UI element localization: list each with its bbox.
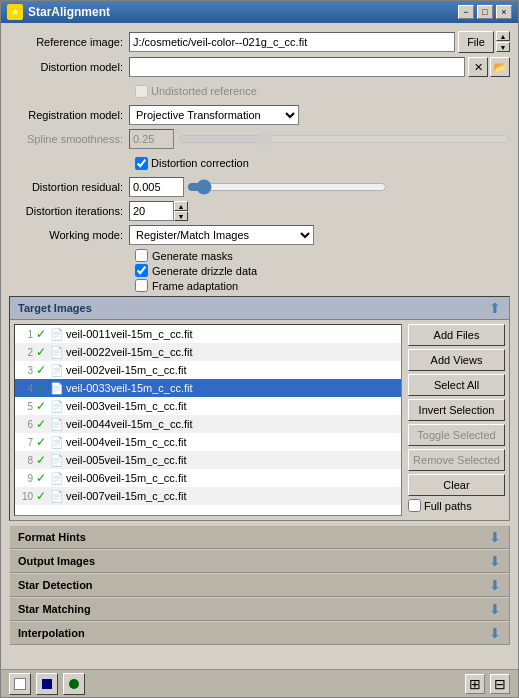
generate-drizzle-label: Generate drizzle data [152, 265, 257, 277]
file-item[interactable]: 1 ✓ 📄 veil-0011veil-15m_c_cc.fit [15, 325, 401, 343]
collapsible-section-star-matching[interactable]: Star Matching ⬇ [9, 597, 510, 621]
file-check-icon: ✓ [36, 345, 50, 359]
distortion-residual-slider[interactable] [187, 179, 387, 195]
section-title: Interpolation [18, 627, 85, 639]
file-icon: 📄 [50, 454, 64, 467]
file-check-icon: ✓ [36, 399, 50, 413]
collapse-view-button[interactable]: ⊟ [490, 674, 510, 694]
target-images-body: 1 ✓ 📄 veil-0011veil-15m_c_cc.fit 2 ✓ 📄 v… [10, 320, 509, 520]
file-number: 9 [18, 473, 36, 484]
full-paths-label: Full paths [424, 500, 472, 512]
file-icon: 📄 [50, 472, 64, 485]
expand-view-button[interactable]: ⊞ [465, 674, 485, 694]
collapsible-section-star-detection[interactable]: Star Detection ⬇ [9, 573, 510, 597]
spline-smoothness-input [129, 129, 174, 149]
file-list-actions: Add Files Add Views Select All Invert Se… [404, 320, 509, 520]
file-number: 5 [18, 401, 36, 412]
stop-button[interactable] [36, 673, 58, 695]
spline-smoothness-slider [178, 131, 510, 147]
select-all-button[interactable]: Select All [408, 374, 505, 396]
file-number: 2 [18, 347, 36, 358]
new-instance-button[interactable] [9, 673, 31, 695]
run-button[interactable] [63, 673, 85, 695]
file-list[interactable]: 1 ✓ 📄 veil-0011veil-15m_c_cc.fit 2 ✓ 📄 v… [14, 324, 402, 516]
reference-image-input[interactable] [129, 32, 455, 52]
iterations-down-btn[interactable]: ▼ [174, 211, 188, 221]
generate-masks-row: Generate masks Generate drizzle data Fra… [9, 249, 510, 292]
distortion-residual-label: Distortion residual: [9, 181, 129, 193]
working-mode-label: Working mode: [9, 229, 129, 241]
file-item[interactable]: 4 ✓ 📄 veil-0033veil-15m_c_cc.fit [15, 379, 401, 397]
collapsible-section-format-hints[interactable]: Format Hints ⬇ [9, 525, 510, 549]
target-images-header: Target Images ⬆ [10, 297, 509, 320]
file-name: veil-004veil-15m_c_cc.fit [66, 436, 398, 448]
distortion-iterations-input[interactable] [129, 201, 174, 221]
file-item[interactable]: 9 ✓ 📄 veil-006veil-15m_c_cc.fit [15, 469, 401, 487]
file-button[interactable]: File [458, 31, 494, 53]
undistorted-ref-checkbox[interactable] [135, 85, 148, 98]
generate-masks-label: Generate masks [152, 250, 233, 262]
file-name: veil-002veil-15m_c_cc.fit [66, 364, 398, 376]
file-item[interactable]: 10 ✓ 📄 veil-007veil-15m_c_cc.fit [15, 487, 401, 505]
registration-model-select[interactable]: Projective Transformation [129, 105, 299, 125]
file-name: veil-0011veil-15m_c_cc.fit [66, 328, 398, 340]
file-item[interactable]: 7 ✓ 📄 veil-004veil-15m_c_cc.fit [15, 433, 401, 451]
add-files-button[interactable]: Add Files [408, 324, 505, 346]
file-name: veil-0022veil-15m_c_cc.fit [66, 346, 398, 358]
file-item[interactable]: 8 ✓ 📄 veil-005veil-15m_c_cc.fit [15, 451, 401, 469]
file-item[interactable]: 2 ✓ 📄 veil-0022veil-15m_c_cc.fit [15, 343, 401, 361]
file-name: veil-006veil-15m_c_cc.fit [66, 472, 398, 484]
iterations-up-btn[interactable]: ▲ [174, 201, 188, 211]
file-icon: 📄 [50, 382, 64, 395]
generate-drizzle-checkbox[interactable] [135, 264, 148, 277]
section-arrow-icon: ⬇ [489, 553, 501, 569]
add-views-button[interactable]: Add Views [408, 349, 505, 371]
minimize-button[interactable]: − [458, 5, 474, 19]
file-name: veil-0033veil-15m_c_cc.fit [66, 382, 398, 394]
working-mode-select[interactable]: Register/Match Images [129, 225, 314, 245]
distortion-browse-btn[interactable]: 📂 [490, 57, 510, 77]
file-icon: 📄 [50, 400, 64, 413]
frame-adaptation-checkbox[interactable] [135, 279, 148, 292]
remove-selected-button[interactable]: Remove Selected [408, 449, 505, 471]
maximize-button[interactable]: □ [477, 5, 493, 19]
file-name: veil-003veil-15m_c_cc.fit [66, 400, 398, 412]
undistorted-ref-label: Undistorted reference [148, 85, 257, 97]
ref-down-btn[interactable]: ▼ [496, 42, 510, 52]
new-icon [14, 678, 26, 690]
file-icon: 📄 [50, 364, 64, 377]
file-item[interactable]: 3 ✓ 📄 veil-002veil-15m_c_cc.fit [15, 361, 401, 379]
file-item[interactable]: 5 ✓ 📄 veil-003veil-15m_c_cc.fit [15, 397, 401, 415]
file-number: 8 [18, 455, 36, 466]
toggle-selected-button[interactable]: Toggle Selected [408, 424, 505, 446]
file-item[interactable]: 6 ✓ 📄 veil-0044veil-15m_c_cc.fit [15, 415, 401, 433]
spline-smoothness-row: Spline smoothness: [9, 129, 510, 149]
section-title: Star Detection [18, 579, 93, 591]
target-images-arrow[interactable]: ⬆ [489, 300, 501, 316]
distortion-iterations-label: Distortion iterations: [9, 205, 129, 217]
file-check-icon: ✓ [36, 435, 50, 449]
section-title: Star Matching [18, 603, 91, 615]
distortion-residual-input[interactable] [129, 177, 184, 197]
section-arrow-icon: ⬇ [489, 529, 501, 545]
distortion-model-input[interactable] [129, 57, 465, 77]
file-check-icon: ✓ [36, 417, 50, 431]
ref-up-btn[interactable]: ▲ [496, 31, 510, 41]
distortion-model-row: Distortion model: ✕ 📂 [9, 57, 510, 77]
undistorted-ref-row: Undistorted reference [9, 81, 510, 101]
full-paths-row: Full paths [408, 499, 505, 512]
main-window: ★ StarAlignment − □ × Reference image: F… [0, 0, 519, 698]
close-button[interactable]: × [496, 5, 512, 19]
distortion-clear-btn[interactable]: ✕ [468, 57, 488, 77]
collapsible-section-interpolation[interactable]: Interpolation ⬇ [9, 621, 510, 645]
invert-selection-button[interactable]: Invert Selection [408, 399, 505, 421]
file-check-icon: ✓ [36, 363, 50, 377]
content-area: Reference image: File ▲ ▼ Distortion mod… [1, 23, 518, 669]
full-paths-checkbox[interactable] [408, 499, 421, 512]
distortion-correction-checkbox[interactable] [135, 157, 148, 170]
clear-button[interactable]: Clear [408, 474, 505, 496]
generate-masks-checkbox[interactable] [135, 249, 148, 262]
file-name: veil-005veil-15m_c_cc.fit [66, 454, 398, 466]
collapsible-section-output-images[interactable]: Output Images ⬇ [9, 549, 510, 573]
section-title: Format Hints [18, 531, 86, 543]
